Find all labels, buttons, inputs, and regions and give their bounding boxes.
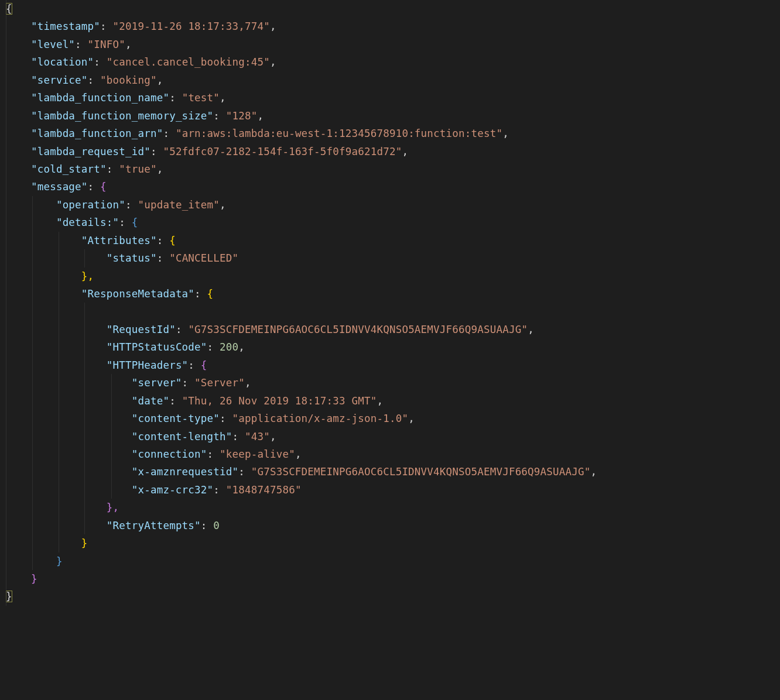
code-line: }, (0, 267, 780, 285)
json-value: "128" (226, 110, 258, 122)
code-line: } (0, 534, 780, 552)
json-value: "2019-11-26 18:17:33,774" (113, 20, 270, 32)
json-value: "true" (119, 163, 156, 175)
code-line: } (0, 588, 780, 605)
code-line: "cold_start": "true", (0, 160, 780, 178)
code-line: } (0, 570, 780, 588)
code-line: "content-length": "43", (0, 428, 780, 445)
json-key: "details:" (56, 217, 119, 228)
code-line: { (0, 0, 780, 18)
json-key: "content-length" (132, 431, 232, 442)
json-key: "location" (31, 56, 94, 68)
code-line (0, 303, 780, 320)
json-key: "status" (107, 252, 157, 264)
json-key: "level" (31, 39, 75, 50)
code-line: "details:": { (0, 214, 780, 231)
json-key: "lambda_function_memory_size" (31, 110, 213, 122)
json-key: "content-type" (132, 413, 220, 424)
code-line: "level": "INFO", (0, 36, 780, 53)
code-line: "Attributes": { (0, 232, 780, 249)
json-key: "message" (31, 181, 88, 193)
json-key: "RetryAttempts" (107, 520, 201, 531)
json-value: "CANCELLED" (169, 252, 238, 264)
code-line: "message": { (0, 178, 780, 195)
json-key: "lambda_function_name" (31, 92, 169, 104)
brace-open: { (169, 235, 176, 246)
json-value: "cancel.cancel_booking:45" (107, 56, 270, 68)
json-key: "HTTPStatusCode" (107, 341, 207, 353)
json-key: "x-amznrequestid" (132, 466, 239, 478)
json-value: "G7S3SCFDEMEINPG6AOC6CL5IDNVV4KQNSO5AEMV… (251, 466, 591, 478)
json-key: "Attributes" (81, 235, 157, 246)
code-line: "x-amz-crc32": "1848747586" (0, 481, 780, 499)
json-key: "operation" (56, 199, 125, 211)
code-line: "operation": "update_item", (0, 196, 780, 214)
json-value: "G7S3SCFDEMEINPG6AOC6CL5IDNVV4KQNSO5AEMV… (188, 324, 528, 335)
json-value: "booking" (100, 74, 157, 86)
json-value: "test" (182, 92, 220, 104)
code-line: "status": "CANCELLED" (0, 249, 780, 267)
code-line: "lambda_function_arn": "arn:aws:lambda:e… (0, 125, 780, 142)
json-key: "RequestId" (107, 324, 176, 335)
brace-close: } (56, 555, 63, 567)
code-line: "HTTPHeaders": { (0, 356, 780, 374)
json-key: "cold_start" (31, 163, 107, 175)
json-key: "ResponseMetadata" (81, 288, 194, 300)
code-line: "content-type": "application/x-amz-json-… (0, 410, 780, 427)
brace-close: } (6, 591, 12, 602)
json-value: "arn:aws:lambda:eu-west-1:12345678910:fu… (176, 128, 502, 139)
code-line: "HTTPStatusCode": 200, (0, 338, 780, 356)
json-value: "1848747586" (226, 484, 302, 496)
json-key: "lambda_request_id" (31, 146, 150, 157)
brace-open: { (207, 288, 214, 300)
json-key: "date" (132, 395, 169, 407)
code-editor[interactable]: { "timestamp": "2019-11-26 18:17:33,774"… (0, 0, 780, 700)
brace-close: } (31, 573, 37, 585)
json-value: "keep-alive" (220, 448, 295, 460)
code-line: "connection": "keep-alive", (0, 445, 780, 463)
code-line: } (0, 553, 780, 570)
brace-open: { (201, 359, 207, 371)
json-value: 200 (220, 341, 238, 353)
code-line: "date": "Thu, 26 Nov 2019 18:17:33 GMT", (0, 392, 780, 410)
json-value: 0 (213, 520, 220, 531)
code-line: }, (0, 499, 780, 516)
code-line: "location": "cancel.cancel_booking:45", (0, 53, 780, 71)
brace-close: }, (81, 270, 94, 282)
json-key: "service" (31, 74, 88, 86)
brace-open: { (100, 181, 107, 193)
json-key: "x-amz-crc32" (132, 484, 214, 496)
code-line: "timestamp": "2019-11-26 18:17:33,774", (0, 18, 780, 35)
json-value: "Server" (194, 377, 245, 389)
code-line: "service": "booking", (0, 71, 780, 89)
brace-close: }, (107, 502, 119, 513)
json-value: "update_item" (138, 199, 220, 211)
json-value: "INFO" (88, 39, 125, 50)
code-line: "RetryAttempts": 0 (0, 517, 780, 534)
json-key: "connection" (132, 448, 207, 460)
json-value: "Thu, 26 Nov 2019 18:17:33 GMT" (182, 395, 377, 407)
brace-close: } (81, 537, 88, 549)
json-value: "43" (245, 431, 270, 442)
code-line: "server": "Server", (0, 374, 780, 392)
code-line: "lambda_request_id": "52fdfc07-2182-154f… (0, 143, 780, 160)
code-line: "x-amznrequestid": "G7S3SCFDEMEINPG6AOC6… (0, 463, 780, 481)
json-key: "lambda_function_arn" (31, 128, 163, 139)
json-key: "server" (132, 377, 182, 389)
json-key: "HTTPHeaders" (107, 359, 189, 371)
code-line: "lambda_function_memory_size": "128", (0, 107, 780, 125)
brace-open: { (6, 3, 12, 15)
json-value: "52fdfc07-2182-154f-163f-5f0f9a621d72" (163, 146, 402, 157)
json-key: "timestamp" (31, 20, 100, 32)
code-line: "lambda_function_name": "test", (0, 89, 780, 107)
brace-open: { (132, 217, 138, 228)
json-value: "application/x-amz-json-1.0" (232, 413, 409, 424)
code-line: "RequestId": "G7S3SCFDEMEINPG6AOC6CL5IDN… (0, 321, 780, 338)
code-line: "ResponseMetadata": { (0, 285, 780, 303)
